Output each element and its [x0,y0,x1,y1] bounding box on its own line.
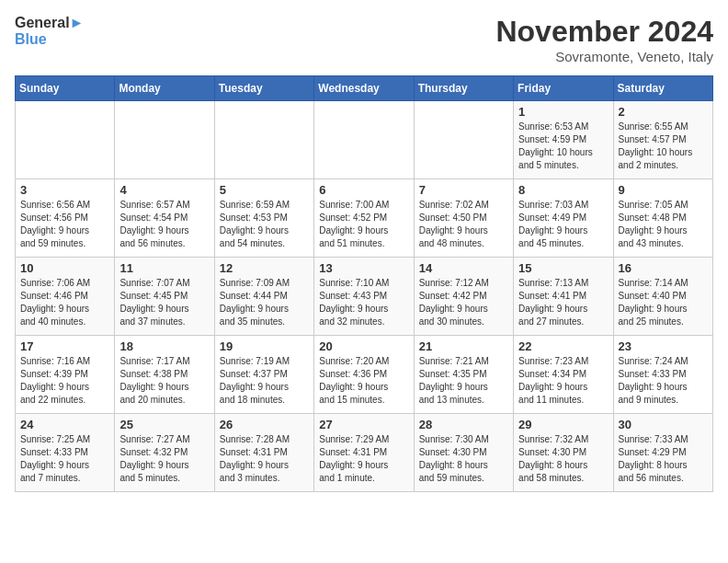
calendar-cell [16,101,115,179]
calendar-cell: 17Sunrise: 7:16 AM Sunset: 4:39 PM Dayli… [16,336,115,414]
location-subtitle: Sovramonte, Veneto, Italy [495,49,713,64]
day-info: Sunrise: 7:24 AM Sunset: 4:33 PM Dayligh… [619,355,708,407]
day-number: 26 [220,418,309,431]
column-header-friday: Friday [514,76,613,101]
calendar-cell [314,101,414,179]
calendar-week-row: 17Sunrise: 7:16 AM Sunset: 4:39 PM Dayli… [16,336,713,414]
calendar-cell: 14Sunrise: 7:12 AM Sunset: 4:42 PM Dayli… [414,258,513,336]
calendar-cell: 26Sunrise: 7:28 AM Sunset: 4:31 PM Dayli… [214,414,313,492]
day-number: 28 [419,418,508,431]
day-info: Sunrise: 7:21 AM Sunset: 4:35 PM Dayligh… [419,355,508,407]
calendar-cell: 27Sunrise: 7:29 AM Sunset: 4:31 PM Dayli… [314,414,414,492]
day-info: Sunrise: 7:28 AM Sunset: 4:31 PM Dayligh… [220,433,309,485]
day-info: Sunrise: 7:10 AM Sunset: 4:43 PM Dayligh… [319,277,408,328]
day-number: 22 [518,339,608,353]
day-number: 2 [619,105,708,119]
day-info: Sunrise: 6:57 AM Sunset: 4:54 PM Dayligh… [119,199,209,250]
day-info: Sunrise: 7:03 AM Sunset: 4:49 PM Dayligh… [518,199,608,250]
day-number: 15 [518,261,608,275]
day-number: 4 [119,183,209,197]
day-info: Sunrise: 7:02 AM Sunset: 4:50 PM Dayligh… [419,199,508,250]
day-info: Sunrise: 7:30 AM Sunset: 4:30 PM Dayligh… [419,433,508,485]
day-number: 30 [619,418,708,431]
day-number: 14 [419,261,508,275]
day-info: Sunrise: 7:00 AM Sunset: 4:52 PM Dayligh… [319,199,408,250]
day-number: 1 [518,105,608,119]
calendar-cell: 7Sunrise: 7:02 AM Sunset: 4:50 PM Daylig… [414,179,513,258]
title-block: November 2024 Sovramonte, Veneto, Italy [495,15,713,64]
day-number: 9 [619,183,708,197]
calendar-cell: 15Sunrise: 7:13 AM Sunset: 4:41 PM Dayli… [514,258,613,336]
calendar-cell: 25Sunrise: 7:27 AM Sunset: 4:32 PM Dayli… [115,414,214,492]
day-info: Sunrise: 7:19 AM Sunset: 4:37 PM Dayligh… [220,355,309,407]
day-info: Sunrise: 7:09 AM Sunset: 4:44 PM Dayligh… [220,277,309,328]
calendar-cell: 24Sunrise: 7:25 AM Sunset: 4:33 PM Dayli… [16,414,115,492]
day-info: Sunrise: 7:20 AM Sunset: 4:36 PM Dayligh… [319,355,408,407]
day-info: Sunrise: 7:27 AM Sunset: 4:32 PM Dayligh… [119,433,209,485]
calendar-cell: 1Sunrise: 6:53 AM Sunset: 4:59 PM Daylig… [514,101,613,179]
column-header-wednesday: Wednesday [314,76,414,101]
day-number: 12 [220,261,309,275]
calendar-cell [414,101,513,179]
calendar-cell: 13Sunrise: 7:10 AM Sunset: 4:43 PM Dayli… [314,258,414,336]
day-number: 13 [319,261,408,275]
logo: General► Blue [15,15,84,49]
calendar-cell: 12Sunrise: 7:09 AM Sunset: 4:44 PM Dayli… [214,258,313,336]
calendar-cell: 4Sunrise: 6:57 AM Sunset: 4:54 PM Daylig… [115,179,214,258]
day-info: Sunrise: 6:56 AM Sunset: 4:56 PM Dayligh… [20,199,109,250]
day-info: Sunrise: 7:13 AM Sunset: 4:41 PM Dayligh… [518,277,608,328]
calendar-cell: 18Sunrise: 7:17 AM Sunset: 4:38 PM Dayli… [115,336,214,414]
column-header-tuesday: Tuesday [214,76,313,101]
calendar-cell: 16Sunrise: 7:14 AM Sunset: 4:40 PM Dayli… [613,258,712,336]
calendar-cell: 19Sunrise: 7:19 AM Sunset: 4:37 PM Dayli… [214,336,313,414]
calendar-cell: 21Sunrise: 7:21 AM Sunset: 4:35 PM Dayli… [414,336,513,414]
calendar-week-row: 1Sunrise: 6:53 AM Sunset: 4:59 PM Daylig… [16,101,713,179]
day-number: 3 [20,183,109,197]
calendar-table: SundayMondayTuesdayWednesdayThursdayFrid… [15,75,713,492]
day-info: Sunrise: 7:23 AM Sunset: 4:34 PM Dayligh… [518,355,608,407]
day-number: 5 [220,183,309,197]
calendar-week-row: 24Sunrise: 7:25 AM Sunset: 4:33 PM Dayli… [16,414,713,492]
calendar-cell: 20Sunrise: 7:20 AM Sunset: 4:36 PM Dayli… [314,336,414,414]
column-header-monday: Monday [115,76,214,101]
page-header: General► Blue November 2024 Sovramonte, … [15,15,713,64]
day-info: Sunrise: 6:55 AM Sunset: 4:57 PM Dayligh… [619,121,708,172]
day-info: Sunrise: 7:07 AM Sunset: 4:45 PM Dayligh… [119,277,209,328]
day-number: 25 [119,418,209,431]
calendar-cell: 28Sunrise: 7:30 AM Sunset: 4:30 PM Dayli… [414,414,513,492]
day-info: Sunrise: 7:32 AM Sunset: 4:30 PM Dayligh… [518,433,608,485]
day-info: Sunrise: 7:05 AM Sunset: 4:48 PM Dayligh… [619,199,708,250]
day-info: Sunrise: 7:25 AM Sunset: 4:33 PM Dayligh… [20,433,109,485]
day-number: 23 [619,339,708,353]
calendar-cell: 23Sunrise: 7:24 AM Sunset: 4:33 PM Dayli… [613,336,712,414]
day-number: 18 [119,339,209,353]
day-number: 19 [220,339,309,353]
day-info: Sunrise: 7:33 AM Sunset: 4:29 PM Dayligh… [619,433,708,485]
calendar-cell [214,101,313,179]
calendar-cell: 29Sunrise: 7:32 AM Sunset: 4:30 PM Dayli… [514,414,613,492]
day-number: 7 [419,183,508,197]
day-number: 24 [20,418,109,431]
day-number: 8 [518,183,608,197]
day-number: 27 [319,418,408,431]
day-number: 21 [419,339,508,353]
calendar-cell: 22Sunrise: 7:23 AM Sunset: 4:34 PM Dayli… [514,336,613,414]
calendar-cell: 9Sunrise: 7:05 AM Sunset: 4:48 PM Daylig… [613,179,712,258]
day-info: Sunrise: 7:14 AM Sunset: 4:40 PM Dayligh… [619,277,708,328]
calendar-cell [115,101,214,179]
month-title: November 2024 [495,15,713,49]
calendar-cell: 5Sunrise: 6:59 AM Sunset: 4:53 PM Daylig… [214,179,313,258]
column-header-thursday: Thursday [414,76,513,101]
day-info: Sunrise: 6:53 AM Sunset: 4:59 PM Dayligh… [518,121,608,172]
calendar-cell: 3Sunrise: 6:56 AM Sunset: 4:56 PM Daylig… [16,179,115,258]
calendar-cell: 2Sunrise: 6:55 AM Sunset: 4:57 PM Daylig… [613,101,712,179]
day-number: 29 [518,418,608,431]
day-info: Sunrise: 7:17 AM Sunset: 4:38 PM Dayligh… [119,355,209,407]
calendar-cell: 8Sunrise: 7:03 AM Sunset: 4:49 PM Daylig… [514,179,613,258]
calendar-header-row: SundayMondayTuesdayWednesdayThursdayFrid… [16,76,713,101]
logo-text: General► Blue [15,15,84,49]
calendar-cell: 6Sunrise: 7:00 AM Sunset: 4:52 PM Daylig… [314,179,414,258]
calendar-cell: 11Sunrise: 7:07 AM Sunset: 4:45 PM Dayli… [115,258,214,336]
day-number: 6 [319,183,408,197]
calendar-cell: 30Sunrise: 7:33 AM Sunset: 4:29 PM Dayli… [613,414,712,492]
